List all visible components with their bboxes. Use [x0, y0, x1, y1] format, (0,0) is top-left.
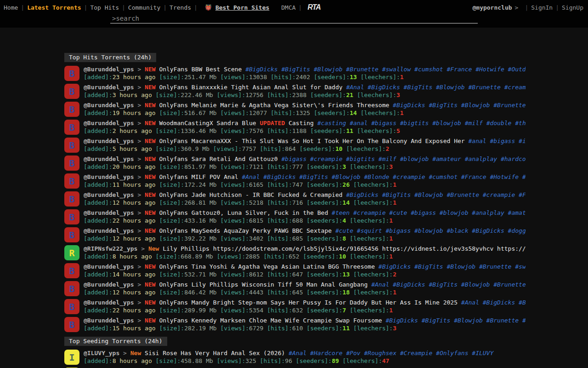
user-avatar[interactable]: B	[64, 227, 79, 242]
torrent-row[interactable]: B@Burunddel_yps > NEW Onlyfans Sara Reta…	[64, 155, 588, 171]
user-avatar[interactable]: B	[64, 138, 79, 153]
stat-value-added: 8 hours ago	[113, 357, 152, 364]
torrent-title[interactable]: OnlyFans Lily Phillips Wisconsin Tiff 50…	[159, 281, 368, 288]
torrent-title[interactable]: Lily Phillips https://doodstream.com/e/l…	[163, 245, 526, 252]
torrent-row[interactable]: R@RIPNsfw222_yps > New Lily Phillips htt…	[64, 245, 588, 260]
stat-value-leechers: 1	[393, 289, 396, 296]
torrent-tags[interactable]: #BigDicks #BigTits #Blowjob #Brunette #s…	[379, 263, 526, 270]
torrent-title[interactable]: Sisi Rose Has Very Hard Anal Sex (2026)	[145, 350, 285, 356]
user-avatar[interactable]: B	[64, 120, 79, 135]
torrent-title[interactable]: OnlyFans Gattouz0, Luna Silver, Fuck in …	[159, 209, 328, 216]
torrent-tags[interactable]: #teen #creampie #cute #bigass #blowjob #…	[332, 209, 526, 216]
username-link[interactable]: @ILUVY_yps	[84, 350, 119, 356]
best-porn-sites-link[interactable]: Best Porn Sites	[215, 4, 269, 11]
torrent-tags[interactable]: #Anal #BigDicks #BigTits #Blowjob #Blond…	[242, 173, 526, 180]
torrent-title[interactable]: Onlyfans MaySeeds AquaZay Perky PAWG BBC…	[159, 227, 332, 234]
torrent-tags[interactable]: #Anal #BigDicks #BigTits #Blowjob #Brune…	[346, 84, 526, 91]
torrent-row[interactable]: B@Burunddel_yps > NEW OnlyFans Kennedy M…	[64, 317, 588, 332]
username-link[interactable]: @Burunddel_yps	[84, 191, 134, 198]
torrent-title[interactable]: OnlyFans Melanie Marie & Agatha Vega Sis…	[159, 102, 389, 109]
torrent-tags[interactable]: #bigass #creampie #bigtits #milf #blowjo…	[281, 155, 526, 162]
torrent-row[interactable]: I@ILUVY_yps > New Sisi Rose Has Very Har…	[64, 350, 588, 365]
dmca-link[interactable]: DMCA	[281, 4, 295, 11]
user-avatar[interactable]: B	[64, 191, 79, 207]
nav-item-latest-torrents[interactable]: Latest Torrents	[27, 4, 81, 11]
username-link[interactable]: @Burunddel_yps	[84, 102, 134, 109]
user-avatar[interactable]: B	[64, 263, 79, 278]
user-avatar[interactable]: B	[64, 102, 79, 117]
stat-value-leechers: 1	[389, 253, 393, 260]
username-link[interactable]: @Burunddel_yps	[84, 227, 134, 234]
torrent-title[interactable]: OnlyFans Kennedy Marksen Chloe Mae Wife …	[159, 317, 382, 324]
torrent-title[interactable]: OnlyFans Bianxxxkie Tight Asian Anal Slu…	[159, 84, 342, 91]
nav-item-community[interactable]: Community	[128, 4, 160, 11]
username-link[interactable]: @RIPNsfw222_yps	[84, 245, 137, 252]
torrent-tags[interactable]: #casting #anal #bigass #bigtits #blowjob…	[317, 120, 526, 126]
username-link[interactable]: @Burunddel_yps	[84, 209, 134, 216]
user-avatar[interactable]: I	[64, 350, 79, 365]
nav-item-top-hits[interactable]: Top Hits	[90, 4, 119, 11]
torrent-row[interactable]: B@Burunddel_yps > NEW OnlyFans MacarenaX…	[64, 138, 588, 153]
stat-label-size: [size]:	[159, 307, 184, 314]
torrent-row[interactable]: B@Burunddel_yps > NEW WoodmanCastingX Sa…	[64, 120, 588, 135]
username-link[interactable]: @Burunddel_yps	[84, 299, 134, 306]
user-avatar[interactable]: R	[64, 245, 79, 260]
torrent-tags[interactable]: #anal #bigass #interrac…	[468, 138, 526, 144]
user-avatar[interactable]: B	[64, 209, 79, 224]
username-link[interactable]: @Burunddel_yps	[84, 317, 134, 324]
torrent-title[interactable]: OnlyFans MacarenaXXX - This Slut Was So …	[159, 138, 464, 144]
torrent-title[interactable]: Onlyfans Sara Retali And Gattouz0	[159, 155, 277, 162]
username-link[interactable]: @Burunddel_yps	[84, 155, 134, 162]
username-link[interactable]: @Burunddel_yps	[84, 66, 134, 73]
username-link[interactable]: @Burunddel_yps	[84, 173, 134, 180]
torrent-row[interactable]: B@Burunddel_yps > NEW OnlyFans Melanie M…	[64, 102, 588, 117]
search-input[interactable]	[110, 14, 478, 23]
torrent-row[interactable]: B@Burunddel_yps > NEW OnlyFans Jade Hutc…	[64, 191, 588, 207]
user-avatar[interactable]: B	[64, 299, 79, 314]
torrent-tags[interactable]: #BigDicks #BigTits #Blowjob #Brunette #s…	[245, 66, 526, 73]
nav-item-home[interactable]: Home	[4, 4, 18, 11]
torrent-tags[interactable]: #BigDicks #BigTits #Blowjob #Brunette #s…	[393, 102, 526, 109]
username-link[interactable]: @Burunddel_yps	[84, 138, 134, 144]
torrent-tags[interactable]: #BigDicks #BigTits #Blowjob #Brunette #s…	[385, 317, 526, 324]
signup-link[interactable]: SignUp	[562, 4, 583, 11]
username-link[interactable]: @Burunddel_yps	[84, 84, 134, 91]
user-avatar[interactable]: B	[64, 281, 79, 296]
torrent-row[interactable]: B@Burunddel_yps > NEW Onlyfans MaySeeds …	[64, 227, 588, 242]
torrent-tags[interactable]: #Anal #BigDicks #BigTits #Blowjob #Brune…	[371, 281, 526, 288]
torrent-title[interactable]: OnlyFans BBW Best Scene	[159, 66, 242, 73]
username-link[interactable]: @Burunddel_yps	[84, 120, 134, 126]
torrent-tags[interactable]: #Anal #Hardcore #Pov #Roughsex #Creampie…	[288, 350, 493, 356]
signin-link[interactable]: SignIn	[531, 4, 553, 11]
torrent-row[interactable]: B@Burunddel_yps > NEW OnlyFans Tina Yosh…	[64, 263, 588, 278]
torrent-row[interactable]: B@Burunddel_yps > NEW OnlyFans Gattouz0,…	[64, 209, 588, 224]
chevron-right-icon: >	[123, 350, 127, 356]
torrent-row[interactable]: B@Burunddel_yps > NEW OnlyFans BBW Best …	[64, 66, 588, 81]
torrent-row[interactable]: B@Burunddel_yps > NEW OnlyFans Lily Phil…	[64, 281, 588, 296]
user-avatar[interactable]: B	[64, 84, 79, 99]
torrent-tags[interactable]: #cute #squirt #bigass #blowjob #black #B…	[335, 227, 526, 234]
new-flag: NEW	[145, 263, 155, 270]
torrent-row[interactable]: B@Burunddel_yps > NEW Onlyfans MILF POV …	[64, 173, 588, 189]
stat-value-size: 289.99 Mb	[184, 307, 216, 314]
torrent-row[interactable]: B@Burunddel_yps > NEW OnlyFans Bianxxxki…	[64, 84, 588, 99]
torrent-title[interactable]: OnlyFans Tina Yoshi & Agatha Vega Asian …	[159, 263, 375, 270]
user-avatar[interactable]: B	[64, 173, 79, 189]
torrent-tags[interactable]: #Anal #BigDicks #BigTits …	[461, 299, 526, 306]
username-link[interactable]: @Burunddel_yps	[84, 281, 134, 288]
torrent-tags[interactable]: #BigDicks #BigTits #Blowjob #Brunette #c…	[346, 191, 526, 198]
torrent-title[interactable]: Casting	[288, 120, 314, 126]
stat-label-views: [views]:	[220, 217, 249, 224]
account-link[interactable]: @mypornclub	[472, 4, 512, 11]
nav-item-trends[interactable]: Trends	[170, 4, 191, 11]
user-avatar[interactable]: B	[64, 155, 79, 171]
user-avatar[interactable]: B	[64, 317, 79, 332]
torrent-row[interactable]: B@Burunddel_yps > NEW OnlyFans Mandy Bri…	[64, 299, 588, 314]
username-link[interactable]: @Burunddel_yps	[84, 263, 134, 270]
torrent-title[interactable]: OnlyFans Mandy Bright Step-mom Says Her …	[159, 299, 458, 306]
torrent-title[interactable]: OnlyFans Jade Hutchison - IR BBC Fucked …	[159, 191, 342, 198]
torrent-title[interactable]: Onlyfans MILF POV Anal	[159, 173, 238, 180]
stat-value-added: 22 hours ago	[113, 217, 156, 224]
torrent-title[interactable]: WoodmanCastingX Sandra Blue	[159, 120, 256, 126]
user-avatar[interactable]: B	[64, 66, 79, 81]
